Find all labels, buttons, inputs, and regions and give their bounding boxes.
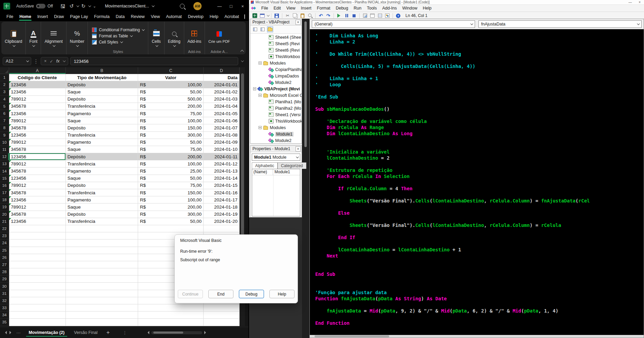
view-excel-icon[interactable] bbox=[252, 13, 258, 18]
vba-minimize-button[interactable]: — bbox=[625, 0, 635, 4]
cell-A22[interactable] bbox=[9, 225, 66, 232]
row-header-23[interactable]: 23 bbox=[0, 232, 9, 239]
cell-C35[interactable] bbox=[138, 319, 204, 326]
reset-icon[interactable] bbox=[351, 13, 357, 18]
cell-B27[interactable] bbox=[66, 261, 138, 268]
cell-B7[interactable]: Saque bbox=[66, 117, 138, 124]
vba-menu-tools[interactable]: Tools bbox=[364, 5, 379, 12]
cell-A17[interactable]: 345678 bbox=[9, 189, 66, 196]
cell-D18[interactable]: 2024-01-17 bbox=[204, 196, 240, 203]
cell-A16[interactable]: 789012 bbox=[9, 182, 66, 189]
code-line[interactable] bbox=[315, 259, 644, 265]
cell-B6[interactable]: Pagamento bbox=[66, 110, 138, 117]
code-line[interactable] bbox=[315, 179, 644, 185]
column-header-C[interactable]: C bbox=[138, 67, 204, 74]
panel-scroll-thumb[interactable] bbox=[304, 21, 307, 147]
property-row[interactable]: (Name) Module1 bbox=[252, 169, 300, 175]
cell-D15[interactable]: 2024-01-14 bbox=[204, 175, 240, 182]
cell-B9[interactable]: Transferência bbox=[66, 132, 138, 139]
break-icon[interactable] bbox=[344, 13, 349, 18]
row-header-13[interactable]: 13 bbox=[0, 160, 9, 167]
vba-close-button[interactable]: × bbox=[635, 0, 644, 4]
tree-item[interactable]: Module2 bbox=[250, 79, 302, 86]
next-sheet-icon[interactable] bbox=[10, 331, 13, 334]
cell-A15[interactable]: 123456 bbox=[9, 175, 66, 182]
sheet-list-icon[interactable]: ⋯ bbox=[13, 330, 24, 335]
cell-A20[interactable]: 345678 bbox=[9, 211, 66, 218]
cell-D8[interactable]: 2024-01-07 bbox=[204, 124, 240, 131]
autosave-switch-icon[interactable] bbox=[36, 4, 45, 8]
cell-B1[interactable]: Tipo de Movimentação bbox=[66, 74, 138, 81]
row-header-30[interactable]: 30 bbox=[0, 283, 9, 290]
tree-item[interactable]: LimpaDados bbox=[250, 73, 302, 79]
menu-tab-draw[interactable]: Draw bbox=[51, 13, 67, 20]
menu-tab-data[interactable]: Data bbox=[113, 13, 128, 20]
cell-D16[interactable]: 2024-01-15 bbox=[204, 182, 240, 189]
code-line[interactable]: 'Função para ajustar data bbox=[315, 289, 644, 296]
code-line[interactable] bbox=[315, 241, 644, 247]
object-selector-dropdown-icon[interactable] bbox=[296, 155, 299, 158]
clipboard-dropdown-icon[interactable] bbox=[13, 44, 15, 47]
new-sheet-button[interactable]: + bbox=[102, 329, 114, 336]
menu-tab-automat[interactable]: Automat bbox=[163, 13, 185, 20]
cell-D4[interactable]: 2024-01-03 bbox=[204, 96, 240, 103]
row-header-6[interactable]: 6 bbox=[0, 110, 9, 117]
vba-menu-window[interactable]: Window bbox=[400, 5, 420, 12]
cell-C12[interactable]: R$200,00 bbox=[138, 153, 204, 160]
code-line[interactable] bbox=[315, 161, 644, 167]
name-box-dropdown-icon[interactable] bbox=[26, 59, 29, 62]
cell-B5[interactable]: Transferência bbox=[66, 103, 138, 110]
insert-function-icon[interactable]: fx bbox=[56, 59, 60, 64]
row-header-15[interactable]: 15 bbox=[0, 175, 9, 182]
sheet-horizontal-scrollbar[interactable] bbox=[146, 331, 208, 334]
vba-menu-format[interactable]: Format bbox=[314, 5, 333, 12]
undo-button[interactable]: ↺ bbox=[68, 3, 75, 9]
cell-A12[interactable]: 123456 bbox=[9, 153, 66, 160]
cell-A28[interactable] bbox=[9, 268, 66, 275]
cell-D12[interactable]: 2024-01-11 bbox=[204, 153, 240, 160]
procedure-dropdown-icon[interactable] bbox=[637, 22, 640, 25]
ribbon-group-addins[interactable]: Add-ins Add-ins bbox=[184, 22, 205, 54]
procedure-dropdown[interactable]: fnAjustaData bbox=[478, 20, 642, 28]
cell-B29[interactable] bbox=[66, 275, 138, 283]
cell-C8[interactable]: R$150,00 bbox=[138, 124, 204, 131]
code-line[interactable] bbox=[315, 277, 644, 283]
tree-item[interactable]: Sheet1 (Versi bbox=[250, 111, 302, 118]
row-header-28[interactable]: 28 bbox=[0, 268, 9, 275]
cell-D3[interactable]: 2024-01-02 bbox=[204, 88, 240, 95]
cell-B33[interactable] bbox=[66, 304, 138, 312]
row-header-12[interactable]: 12 bbox=[0, 153, 9, 160]
code-line[interactable] bbox=[315, 192, 644, 198]
cell-C18[interactable]: R$100,00 bbox=[138, 196, 204, 203]
vba-menu-run[interactable]: Run bbox=[351, 5, 364, 12]
vba-menu-insert[interactable]: Insert bbox=[298, 5, 314, 12]
ribbon-group-number[interactable]: % Number bbox=[67, 22, 88, 54]
autosave-toggle[interactable]: AutoSave Off bbox=[13, 3, 56, 10]
editing-dropdown-icon[interactable] bbox=[173, 44, 176, 47]
cell-A7[interactable]: 789012 bbox=[9, 117, 66, 124]
ribbon-group-editing[interactable]: Editing bbox=[165, 22, 184, 54]
cell-B30[interactable] bbox=[66, 283, 138, 290]
cell-B4[interactable]: Depósito bbox=[66, 96, 138, 103]
row-header-11[interactable]: 11 bbox=[0, 146, 9, 153]
cell-A24[interactable] bbox=[9, 239, 66, 247]
code-line[interactable]: Else bbox=[315, 210, 644, 216]
tree-item[interactable]: Microsoft Excel O bbox=[250, 92, 302, 99]
cancel-entry-icon[interactable]: × bbox=[44, 59, 46, 64]
cell-C17[interactable]: R$150,00 bbox=[138, 189, 204, 196]
search-icon[interactable] bbox=[180, 4, 185, 8]
row-header-1[interactable]: 1 bbox=[0, 74, 9, 81]
cell-A27[interactable] bbox=[9, 261, 66, 268]
cell-B34[interactable] bbox=[66, 312, 138, 319]
view-code-icon[interactable] bbox=[252, 26, 258, 32]
code-line[interactable]: ' Dim Linha As Long bbox=[315, 33, 644, 39]
cell-styles-button[interactable]: Cell Styles bbox=[92, 40, 144, 45]
collapse-icon[interactable] bbox=[259, 61, 262, 65]
menu-tab-insert[interactable]: Insert bbox=[34, 13, 51, 20]
row-header-34[interactable]: 34 bbox=[0, 312, 9, 319]
ribbon-group-cells[interactable]: Cells bbox=[148, 22, 165, 54]
end-button[interactable]: End bbox=[208, 290, 233, 298]
tree-item[interactable]: Sheet6 (Revi bbox=[250, 47, 302, 53]
cell-D10[interactable]: 2024-01-09 bbox=[204, 139, 240, 146]
vba-menu-debug[interactable]: Debug bbox=[333, 5, 351, 12]
